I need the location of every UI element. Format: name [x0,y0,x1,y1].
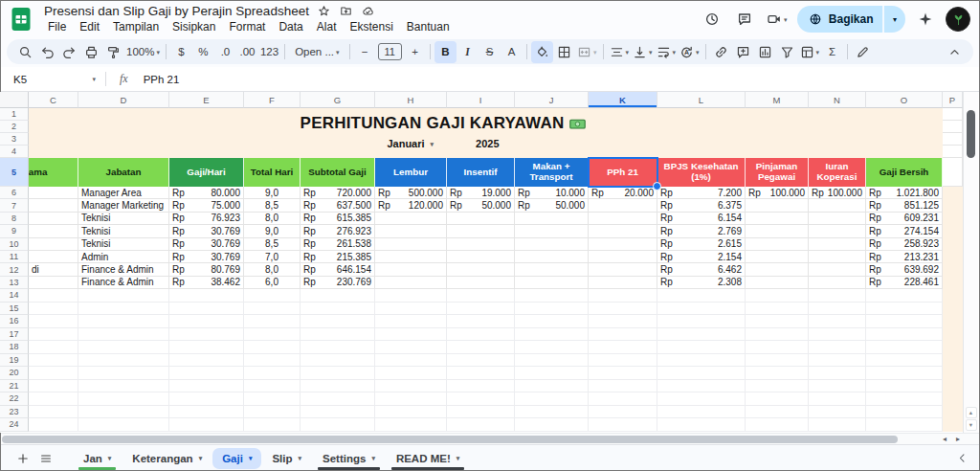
cell[interactable] [301,328,375,342]
cell[interactable] [515,303,589,316]
cell[interactable] [515,367,589,380]
cell[interactable] [447,341,515,354]
column-header-H[interactable]: H [375,92,447,108]
menu-ekstensi[interactable]: Ekstensi [343,19,399,34]
cell[interactable]: Finance & Admin [78,277,169,289]
increase-decimal-button[interactable]: .00 [236,41,258,63]
header-cell-iuran-koperasi[interactable]: Iuran Koperasi [809,158,866,187]
cell[interactable] [943,158,963,187]
header-cell-insentif[interactable]: Insentif [447,158,515,187]
cell[interactable] [866,354,943,368]
header-cell-jabatan[interactable]: Jabatan [78,158,169,187]
cell[interactable]: Teknisi [78,238,169,251]
spreadsheet-grid[interactable]: CDEFGHIJKLMNOP12345NamaJabatanGaji/HariT… [0,92,963,433]
font-select[interactable]: Open ...▾ [289,41,345,63]
cell[interactable] [29,341,78,354]
add-sheet-icon[interactable] [11,447,34,470]
cell[interactable] [589,277,657,289]
avatar[interactable] [946,7,970,32]
column-header-L[interactable]: L [657,92,746,108]
cell[interactable]: Rp6.154 [657,213,746,225]
cell[interactable] [746,328,809,342]
menu-format[interactable]: Format [222,19,272,34]
all-sheets-icon[interactable] [34,447,57,470]
cell[interactable]: Rp50.000 [447,199,515,212]
cell[interactable] [809,418,866,432]
cell[interactable]: Rp500.000 [375,187,447,199]
cell[interactable] [375,277,447,289]
cell[interactable]: Rp7.200 [657,187,746,199]
cell[interactable] [29,315,78,328]
cell[interactable] [447,251,515,263]
menu-edit[interactable]: Edit [73,19,106,34]
sheet-tab-read-me-[interactable]: READ ME!▾ [386,445,470,471]
cell[interactable] [29,187,78,199]
sheet-tab-settings[interactable]: Settings▾ [312,445,386,471]
cell[interactable] [589,303,657,316]
cell[interactable] [447,213,515,225]
cell[interactable] [78,328,169,342]
cell[interactable] [515,392,589,406]
cell[interactable] [943,277,963,289]
scroll-down-icon[interactable]: ▾ [966,419,977,431]
cell[interactable] [809,213,866,225]
row-header-9[interactable]: 9 [0,225,29,237]
cell[interactable] [746,406,809,419]
cell[interactable]: Rp19.000 [447,187,515,199]
cell[interactable]: Rp120.000 [375,199,447,212]
cell[interactable]: Rp2.154 [657,251,746,263]
cell[interactable]: Rp6.462 [657,263,746,276]
cell[interactable] [78,380,169,393]
version-history-icon[interactable] [699,6,725,33]
row-header-1[interactable]: 1 [0,108,29,121]
cell[interactable] [78,367,169,380]
cell[interactable] [169,315,244,328]
move-folder-icon[interactable] [340,5,352,17]
cell[interactable]: 8,0 [244,263,301,276]
insert-link-icon[interactable] [710,41,732,63]
cell[interactable] [301,354,375,368]
column-header-J[interactable]: J [515,92,589,108]
cell[interactable] [943,199,963,212]
cell[interactable] [657,289,746,303]
cell[interactable]: Rp258.923 [866,238,943,251]
cell[interactable] [515,225,589,237]
cell[interactable] [809,251,866,263]
cell[interactable]: 8,5 [244,238,301,251]
cell[interactable] [301,406,375,419]
editing-mode-icon[interactable] [852,41,874,63]
menu-tampilan[interactable]: Tampilan [106,19,166,34]
cell[interactable] [866,418,943,432]
cell[interactable] [657,406,746,419]
redo-icon[interactable] [58,41,80,63]
cell[interactable] [657,392,746,406]
create-filter-icon[interactable] [776,41,798,63]
cell[interactable] [244,341,301,354]
cell[interactable] [746,225,809,237]
cell[interactable] [515,328,589,342]
comment-history-icon[interactable] [731,6,758,33]
cell[interactable] [746,213,809,225]
cell[interactable] [809,367,866,380]
cell[interactable] [746,263,809,276]
cell[interactable]: Rp38.462 [169,277,244,289]
insert-comment-icon[interactable] [732,41,754,63]
zoom-select[interactable]: 100%▾ [124,41,162,63]
horizontal-scrollbar[interactable]: ◂ ▸ [0,433,980,444]
undo-icon[interactable] [36,41,58,63]
cell[interactable] [375,341,447,354]
bold-button[interactable]: B [434,41,457,63]
menu-bantuan[interactable]: Bantuan [400,19,457,34]
cell[interactable]: Manager Marketing [78,199,169,212]
increase-font-size-button[interactable]: + [404,41,426,63]
functions-button[interactable]: Σ [821,41,843,63]
cell[interactable]: Rp80.769 [169,263,244,276]
formula-input[interactable]: PPh 21 [144,74,980,85]
row-header-13[interactable]: 13 [0,277,29,289]
star-icon[interactable] [318,5,330,17]
cell[interactable] [943,121,963,133]
cell[interactable] [244,367,301,380]
cell[interactable] [515,418,589,432]
cell[interactable] [244,303,301,316]
header-cell-total-hari[interactable]: Total Hari [244,158,301,187]
